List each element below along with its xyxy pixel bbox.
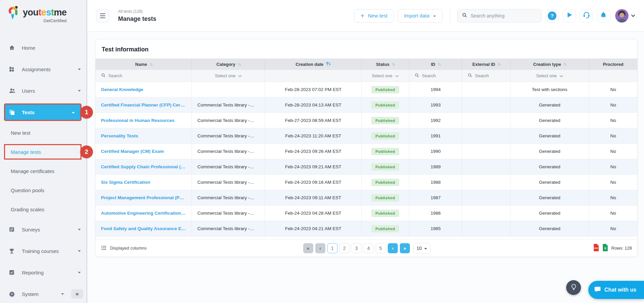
test-name-link[interactable]: Personality Tests: [101, 133, 138, 138]
filter-external-id[interactable]: Search: [462, 70, 511, 82]
column-header-name[interactable]: Name↑↓: [96, 58, 192, 70]
test-name-link[interactable]: Project Management Professional (P…: [101, 195, 184, 200]
sidebar-item-manage-tests[interactable]: Manage tests2: [5, 145, 80, 159]
bell-button[interactable]: [597, 9, 610, 23]
previous-page-button[interactable]: ‹: [315, 243, 325, 253]
page-button-4[interactable]: 4: [364, 243, 374, 253]
sidebar-item-reporting[interactable]: Reporting: [0, 265, 87, 280]
filter-select-control[interactable]: Select one: [215, 73, 242, 78]
column-header-category[interactable]: Category↑↓: [192, 58, 265, 70]
test-name-link[interactable]: Certified Manager (CM) Exam: [101, 149, 164, 154]
brand-letter: s: [46, 7, 51, 17]
cell-name: Automotive Engineering Certification…: [96, 206, 192, 221]
global-search-input[interactable]: [471, 13, 537, 18]
avatar[interactable]: [615, 9, 629, 23]
sidebar-item-training-courses[interactable]: Training courses: [0, 243, 87, 259]
test-name-link[interactable]: Six Sigma Certification: [101, 180, 150, 185]
displayed-columns-control[interactable]: Displayed columns: [101, 245, 302, 251]
headset-button[interactable]: [580, 9, 593, 23]
cell-text: Feb-24-2023 09:16 AM EST: [285, 180, 341, 185]
column-header-label: Status: [376, 62, 389, 67]
sidebar-item-grading-scales[interactable]: Grading scales: [0, 203, 87, 216]
cell-text: Feb-24-2023 09:21 AM EST: [285, 164, 341, 169]
sidebar-item-new-test[interactable]: New test: [0, 126, 87, 139]
cell-status: Published: [362, 113, 409, 128]
global-search[interactable]: [457, 9, 542, 23]
cell-external_id: [462, 82, 511, 97]
test-name-link[interactable]: Food Safety and Quality Assurance E…: [101, 226, 186, 231]
new-test-button[interactable]: + New test: [354, 9, 394, 23]
import-data-button[interactable]: Import data: [397, 9, 443, 23]
test-name-link[interactable]: Automotive Engineering Certification…: [101, 211, 185, 216]
cell-text: Generated: [539, 180, 560, 185]
column-header-creation-date[interactable]: Creation date: [265, 58, 361, 70]
column-header-id[interactable]: ID↑↓: [409, 58, 462, 70]
help-tips-button[interactable]: [566, 280, 581, 295]
page-title: Manage tests: [118, 15, 156, 23]
filter-id[interactable]: Search: [409, 70, 462, 82]
sidebar-item-manage-certificates[interactable]: Manage certificates: [0, 164, 87, 178]
user-menu[interactable]: [615, 9, 635, 23]
filter-creation-type[interactable]: Select one: [511, 70, 589, 82]
filter-status[interactable]: Select one: [362, 70, 409, 82]
cell-creation_type: Generated: [511, 221, 589, 236]
column-header-proctored[interactable]: Proctored: [589, 58, 637, 70]
cell-external_id: [462, 113, 511, 128]
brand-letter: you: [23, 7, 39, 17]
chevron-down-icon: [395, 73, 399, 78]
chat-with-us-button[interactable]: Chat with us: [588, 281, 644, 299]
cell-text: Commercial Tests library -…: [197, 180, 254, 185]
filter-select-control[interactable]: Select one: [372, 73, 398, 78]
column-header-creation-type[interactable]: Creation type↑↓: [511, 58, 589, 70]
cell-id: 1991: [409, 128, 462, 143]
cell-status: Published: [362, 128, 409, 143]
help-button[interactable]: ?: [545, 9, 559, 23]
app-root: youtestme GetCertified HomeAssignmentsUs…: [0, 0, 644, 303]
sidebar-item-surveys[interactable]: Surveys: [0, 222, 87, 237]
sidebar-item-question-pools[interactable]: Question pools: [0, 183, 87, 197]
table-footer: Displayed columns «‹12345›»10 PDFX Rows:…: [96, 239, 637, 257]
bell-icon: [600, 11, 607, 20]
test-name-link[interactable]: Professional in Human Resources: [101, 118, 174, 123]
filter-select-control[interactable]: Select one: [536, 73, 563, 78]
page-size-select[interactable]: 10: [413, 243, 431, 254]
test-name-link[interactable]: Certified Financial Planner (CFP) Cer…: [101, 102, 185, 107]
page-button-5[interactable]: 5: [376, 243, 386, 253]
cell-text: No: [610, 226, 616, 231]
filter-category[interactable]: Select one: [192, 70, 265, 82]
search-icon: [415, 73, 419, 79]
filter-name[interactable]: Search: [96, 70, 192, 82]
cell-text: No: [610, 102, 616, 107]
page-button-3[interactable]: 3: [352, 243, 362, 253]
play-button[interactable]: [562, 9, 576, 23]
cell-creation_type: Generated: [511, 144, 589, 159]
sidebar-item-system[interactable]: System«: [0, 286, 87, 302]
column-header-status[interactable]: Status↑↓: [362, 58, 409, 70]
sidebar-item-users[interactable]: Users: [0, 83, 87, 98]
test-name-link[interactable]: Certified Supply Chain Professional (…: [101, 164, 185, 169]
next-page-button[interactable]: ›: [388, 243, 398, 253]
sidebar-item-label: New test: [11, 130, 30, 136]
export-excel-button[interactable]: X: [602, 244, 608, 252]
cell-name: Certified Manager (CM) Exam: [96, 144, 192, 159]
sidebar-item-home[interactable]: Home: [0, 40, 87, 55]
collapse-sidebar-button[interactable]: «: [71, 289, 83, 299]
cell-name: Professional in Human Resources: [96, 113, 192, 128]
brand-logo: youtestme GetCertified: [0, 0, 87, 35]
column-header-external-id[interactable]: External ID↑↓: [462, 58, 511, 70]
sidebar-item-assignments[interactable]: Assignments: [0, 61, 87, 77]
export-pdf-button[interactable]: PDF: [593, 244, 599, 252]
menu-toggle-button[interactable]: [96, 9, 109, 23]
cell-name: Certified Supply Chain Professional (…: [96, 159, 192, 174]
status-badge: Published: [371, 179, 399, 186]
test-name-link[interactable]: General Knowledge: [101, 87, 143, 92]
page-button-1[interactable]: 1: [327, 243, 337, 253]
chevron-down-icon[interactable]: [631, 14, 635, 17]
sidebar-item-label: Home: [22, 45, 35, 51]
sidebar-item-tests[interactable]: Tests1: [5, 104, 80, 120]
last-page-button[interactable]: »: [400, 243, 410, 253]
table-row: Automotive Engineering Certification…Com…: [96, 206, 637, 221]
first-page-button[interactable]: «: [303, 243, 313, 253]
search-icon: [468, 73, 472, 79]
page-button-2[interactable]: 2: [339, 243, 350, 253]
